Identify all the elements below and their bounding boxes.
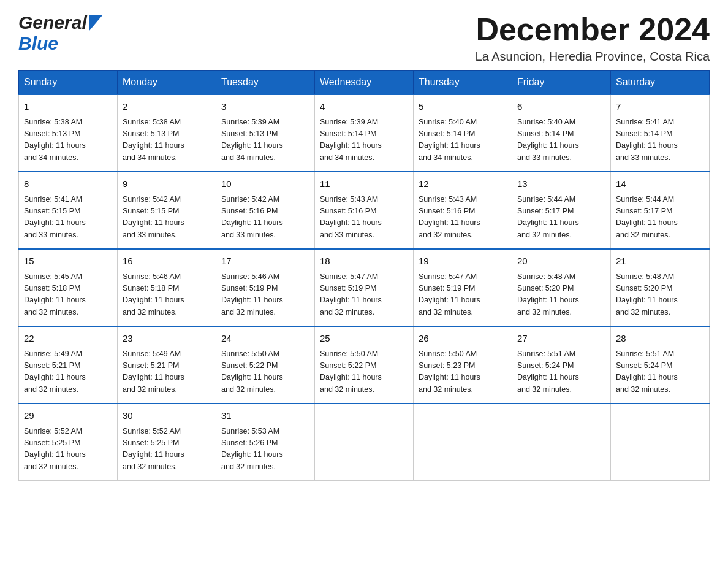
day-number: 3 <box>221 100 309 114</box>
day-info: Sunrise: 5:38 AM Sunset: 5:13 PM Dayligh… <box>24 117 112 164</box>
day-info: Sunrise: 5:43 AM Sunset: 5:16 PM Dayligh… <box>419 194 507 242</box>
day-info: Sunrise: 5:49 AM Sunset: 5:21 PM Dayligh… <box>24 348 112 396</box>
day-info: Sunrise: 5:45 AM Sunset: 5:18 PM Dayligh… <box>24 271 112 319</box>
svg-marker-0 <box>89 15 102 31</box>
day-info: Sunrise: 5:42 AM Sunset: 5:15 PM Dayligh… <box>123 194 211 242</box>
day-info: Sunrise: 5:51 AM Sunset: 5:24 PM Dayligh… <box>616 348 704 396</box>
table-row <box>512 404 611 481</box>
day-number: 11 <box>320 177 408 191</box>
day-info: Sunrise: 5:38 AM Sunset: 5:13 PM Dayligh… <box>123 117 211 164</box>
page-header: General Blue December 2024 La Asuncion, … <box>18 12 710 64</box>
day-number: 19 <box>419 255 507 269</box>
day-info: Sunrise: 5:43 AM Sunset: 5:16 PM Dayligh… <box>320 194 408 242</box>
day-number: 4 <box>320 100 408 114</box>
table-row: 7 Sunrise: 5:41 AM Sunset: 5:14 PM Dayli… <box>611 94 710 172</box>
table-row: 8 Sunrise: 5:41 AM Sunset: 5:15 PM Dayli… <box>19 172 118 249</box>
table-row <box>315 404 414 481</box>
table-row: 19 Sunrise: 5:47 AM Sunset: 5:19 PM Dayl… <box>414 249 512 326</box>
table-row: 25 Sunrise: 5:50 AM Sunset: 5:22 PM Dayl… <box>315 326 414 404</box>
day-number: 29 <box>24 409 112 423</box>
day-info: Sunrise: 5:53 AM Sunset: 5:26 PM Dayligh… <box>221 426 309 473</box>
logo-general-text: General <box>18 12 87 33</box>
day-info: Sunrise: 5:41 AM Sunset: 5:15 PM Dayligh… <box>24 194 112 242</box>
day-number: 15 <box>24 255 112 269</box>
table-row: 30 Sunrise: 5:52 AM Sunset: 5:25 PM Dayl… <box>118 404 216 481</box>
day-info: Sunrise: 5:50 AM Sunset: 5:23 PM Dayligh… <box>419 348 507 396</box>
header-thursday: Thursday <box>414 71 512 95</box>
table-row <box>414 404 512 481</box>
title-area: December 2024 La Asuncion, Heredia Provi… <box>476 12 710 64</box>
day-info: Sunrise: 5:46 AM Sunset: 5:18 PM Dayligh… <box>123 271 211 319</box>
table-row: 9 Sunrise: 5:42 AM Sunset: 5:15 PM Dayli… <box>118 172 216 249</box>
day-number: 16 <box>123 255 211 269</box>
calendar-header-row: Sunday Monday Tuesday Wednesday Thursday… <box>19 71 710 95</box>
day-info: Sunrise: 5:49 AM Sunset: 5:21 PM Dayligh… <box>123 348 211 396</box>
day-info: Sunrise: 5:40 AM Sunset: 5:14 PM Dayligh… <box>419 117 507 164</box>
day-number: 21 <box>616 255 704 269</box>
table-row: 31 Sunrise: 5:53 AM Sunset: 5:26 PM Dayl… <box>216 404 315 481</box>
table-row: 17 Sunrise: 5:46 AM Sunset: 5:19 PM Dayl… <box>216 249 315 326</box>
table-row: 26 Sunrise: 5:50 AM Sunset: 5:23 PM Dayl… <box>414 326 512 404</box>
day-number: 6 <box>517 100 605 114</box>
table-row: 28 Sunrise: 5:51 AM Sunset: 5:24 PM Dayl… <box>611 326 710 404</box>
table-row: 4 Sunrise: 5:39 AM Sunset: 5:14 PM Dayli… <box>315 94 414 172</box>
day-number: 20 <box>517 255 605 269</box>
day-number: 31 <box>221 409 309 423</box>
logo-blue-text: Blue <box>18 33 58 54</box>
day-number: 26 <box>419 332 507 346</box>
calendar-week-row: 8 Sunrise: 5:41 AM Sunset: 5:15 PM Dayli… <box>19 172 710 249</box>
calendar-week-row: 1 Sunrise: 5:38 AM Sunset: 5:13 PM Dayli… <box>19 94 710 172</box>
day-info: Sunrise: 5:48 AM Sunset: 5:20 PM Dayligh… <box>616 271 704 319</box>
table-row: 11 Sunrise: 5:43 AM Sunset: 5:16 PM Dayl… <box>315 172 414 249</box>
month-title: December 2024 <box>476 12 710 47</box>
calendar-week-row: 22 Sunrise: 5:49 AM Sunset: 5:21 PM Dayl… <box>19 326 710 404</box>
day-info: Sunrise: 5:52 AM Sunset: 5:25 PM Dayligh… <box>123 426 211 473</box>
day-info: Sunrise: 5:46 AM Sunset: 5:19 PM Dayligh… <box>221 271 309 319</box>
table-row: 5 Sunrise: 5:40 AM Sunset: 5:14 PM Dayli… <box>414 94 512 172</box>
day-number: 7 <box>616 100 704 114</box>
header-wednesday: Wednesday <box>315 71 414 95</box>
table-row: 23 Sunrise: 5:49 AM Sunset: 5:21 PM Dayl… <box>118 326 216 404</box>
table-row <box>611 404 710 481</box>
calendar-week-row: 15 Sunrise: 5:45 AM Sunset: 5:18 PM Dayl… <box>19 249 710 326</box>
day-number: 22 <box>24 332 112 346</box>
day-number: 10 <box>221 177 309 191</box>
day-info: Sunrise: 5:51 AM Sunset: 5:24 PM Dayligh… <box>517 348 605 396</box>
day-number: 28 <box>616 332 704 346</box>
day-info: Sunrise: 5:50 AM Sunset: 5:22 PM Dayligh… <box>320 348 408 396</box>
day-info: Sunrise: 5:47 AM Sunset: 5:19 PM Dayligh… <box>419 271 507 319</box>
table-row: 12 Sunrise: 5:43 AM Sunset: 5:16 PM Dayl… <box>414 172 512 249</box>
day-number: 25 <box>320 332 408 346</box>
day-info: Sunrise: 5:44 AM Sunset: 5:17 PM Dayligh… <box>616 194 704 242</box>
day-info: Sunrise: 5:42 AM Sunset: 5:16 PM Dayligh… <box>221 194 309 242</box>
table-row: 27 Sunrise: 5:51 AM Sunset: 5:24 PM Dayl… <box>512 326 611 404</box>
day-info: Sunrise: 5:50 AM Sunset: 5:22 PM Dayligh… <box>221 348 309 396</box>
table-row: 13 Sunrise: 5:44 AM Sunset: 5:17 PM Dayl… <box>512 172 611 249</box>
table-row: 1 Sunrise: 5:38 AM Sunset: 5:13 PM Dayli… <box>19 94 118 172</box>
table-row: 3 Sunrise: 5:39 AM Sunset: 5:13 PM Dayli… <box>216 94 315 172</box>
header-sunday: Sunday <box>19 71 118 95</box>
header-tuesday: Tuesday <box>216 71 315 95</box>
day-number: 27 <box>517 332 605 346</box>
header-saturday: Saturday <box>611 71 710 95</box>
table-row: 10 Sunrise: 5:42 AM Sunset: 5:16 PM Dayl… <box>216 172 315 249</box>
table-row: 24 Sunrise: 5:50 AM Sunset: 5:22 PM Dayl… <box>216 326 315 404</box>
day-number: 24 <box>221 332 309 346</box>
table-row: 22 Sunrise: 5:49 AM Sunset: 5:21 PM Dayl… <box>19 326 118 404</box>
table-row: 16 Sunrise: 5:46 AM Sunset: 5:18 PM Dayl… <box>118 249 216 326</box>
calendar-week-row: 29 Sunrise: 5:52 AM Sunset: 5:25 PM Dayl… <box>19 404 710 481</box>
day-info: Sunrise: 5:48 AM Sunset: 5:20 PM Dayligh… <box>517 271 605 319</box>
table-row: 15 Sunrise: 5:45 AM Sunset: 5:18 PM Dayl… <box>19 249 118 326</box>
day-number: 1 <box>24 100 112 114</box>
day-number: 5 <box>419 100 507 114</box>
day-number: 17 <box>221 255 309 269</box>
logo-arrow-icon <box>89 15 102 31</box>
table-row: 18 Sunrise: 5:47 AM Sunset: 5:19 PM Dayl… <box>315 249 414 326</box>
day-number: 8 <box>24 177 112 191</box>
table-row: 21 Sunrise: 5:48 AM Sunset: 5:20 PM Dayl… <box>611 249 710 326</box>
day-info: Sunrise: 5:52 AM Sunset: 5:25 PM Dayligh… <box>24 426 112 473</box>
day-number: 2 <box>123 100 211 114</box>
day-info: Sunrise: 5:39 AM Sunset: 5:14 PM Dayligh… <box>320 117 408 164</box>
day-info: Sunrise: 5:41 AM Sunset: 5:14 PM Dayligh… <box>616 117 704 164</box>
table-row: 2 Sunrise: 5:38 AM Sunset: 5:13 PM Dayli… <box>118 94 216 172</box>
